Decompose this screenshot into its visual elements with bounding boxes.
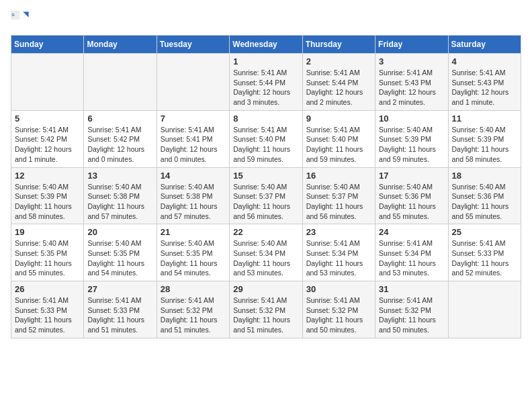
cell-content: Sunrise: 5:40 AM Sunset: 5:36 PM Dayligh… (379, 182, 444, 222)
day-number: 28 (161, 284, 226, 294)
day-number: 4 (452, 56, 517, 66)
col-header-wednesday: Wednesday (230, 36, 302, 54)
day-number: 3 (379, 56, 444, 66)
cell-content: Sunrise: 5:40 AM Sunset: 5:38 PM Dayligh… (87, 182, 152, 222)
calendar-cell: 30Sunrise: 5:41 AM Sunset: 5:32 PM Dayli… (302, 281, 375, 338)
cell-content: Sunrise: 5:41 AM Sunset: 5:41 PM Dayligh… (161, 125, 226, 165)
calendar-cell: 17Sunrise: 5:40 AM Sunset: 5:36 PM Dayli… (375, 167, 448, 224)
calendar-cell: 8Sunrise: 5:41 AM Sunset: 5:40 PM Daylig… (230, 110, 302, 167)
cell-content: Sunrise: 5:41 AM Sunset: 5:34 PM Dayligh… (306, 238, 371, 278)
cell-content: Sunrise: 5:41 AM Sunset: 5:32 PM Dayligh… (233, 295, 298, 335)
day-number: 30 (306, 284, 371, 294)
cell-content: Sunrise: 5:41 AM Sunset: 5:40 PM Dayligh… (306, 125, 371, 165)
day-number: 25 (452, 227, 517, 237)
cell-content: Sunrise: 5:41 AM Sunset: 5:32 PM Dayligh… (379, 295, 444, 335)
cell-content: Sunrise: 5:40 AM Sunset: 5:36 PM Dayligh… (452, 182, 517, 222)
day-number: 27 (87, 284, 152, 294)
calendar-cell: 24Sunrise: 5:41 AM Sunset: 5:34 PM Dayli… (375, 224, 448, 281)
day-number: 23 (306, 227, 371, 237)
cell-content: Sunrise: 5:41 AM Sunset: 5:42 PM Dayligh… (15, 125, 80, 165)
day-number: 17 (379, 171, 444, 181)
calendar-cell: 22Sunrise: 5:40 AM Sunset: 5:34 PM Dayli… (230, 224, 302, 281)
calendar-cell: 3Sunrise: 5:41 AM Sunset: 5:43 PM Daylig… (375, 54, 448, 111)
cell-content: Sunrise: 5:40 AM Sunset: 5:39 PM Dayligh… (379, 125, 444, 165)
calendar-week-4: 19Sunrise: 5:40 AM Sunset: 5:35 PM Dayli… (11, 224, 521, 281)
calendar-cell: 16Sunrise: 5:40 AM Sunset: 5:37 PM Dayli… (302, 167, 375, 224)
col-header-tuesday: Tuesday (157, 36, 229, 54)
col-header-monday: Monday (84, 36, 157, 54)
calendar-week-5: 26Sunrise: 5:41 AM Sunset: 5:33 PM Dayli… (11, 281, 521, 338)
col-header-friday: Friday (375, 36, 448, 54)
cell-content: Sunrise: 5:41 AM Sunset: 5:33 PM Dayligh… (87, 295, 152, 335)
svg-text:G: G (11, 13, 14, 17)
calendar-cell: 1Sunrise: 5:41 AM Sunset: 5:44 PM Daylig… (230, 54, 302, 111)
day-number: 24 (379, 227, 444, 237)
calendar-week-2: 5Sunrise: 5:41 AM Sunset: 5:42 PM Daylig… (11, 110, 521, 167)
day-number: 16 (306, 171, 371, 181)
calendar-week-1: 1Sunrise: 5:41 AM Sunset: 5:44 PM Daylig… (11, 54, 521, 111)
day-number: 31 (379, 284, 444, 294)
calendar-cell: 9Sunrise: 5:41 AM Sunset: 5:40 PM Daylig… (302, 110, 375, 167)
cell-content: Sunrise: 5:40 AM Sunset: 5:35 PM Dayligh… (161, 238, 226, 278)
day-number: 9 (306, 113, 371, 124)
logo: G (11, 11, 32, 30)
calendar-cell: 13Sunrise: 5:40 AM Sunset: 5:38 PM Dayli… (84, 167, 157, 224)
day-number: 5 (15, 113, 80, 124)
calendar-cell: 6Sunrise: 5:41 AM Sunset: 5:42 PM Daylig… (84, 110, 157, 167)
day-number: 22 (233, 227, 298, 237)
day-number: 12 (15, 171, 80, 181)
calendar-cell: 18Sunrise: 5:40 AM Sunset: 5:36 PM Dayli… (448, 167, 521, 224)
cell-content: Sunrise: 5:40 AM Sunset: 5:35 PM Dayligh… (15, 238, 80, 278)
cell-content: Sunrise: 5:40 AM Sunset: 5:37 PM Dayligh… (233, 182, 298, 222)
calendar-cell: 21Sunrise: 5:40 AM Sunset: 5:35 PM Dayli… (157, 224, 229, 281)
svg-marker-3 (23, 11, 28, 17)
day-number: 10 (379, 113, 444, 124)
cell-content: Sunrise: 5:41 AM Sunset: 5:34 PM Dayligh… (379, 238, 444, 278)
cell-content: Sunrise: 5:40 AM Sunset: 5:39 PM Dayligh… (15, 182, 80, 222)
calendar-cell: 2Sunrise: 5:41 AM Sunset: 5:44 PM Daylig… (302, 54, 375, 111)
cell-content: Sunrise: 5:41 AM Sunset: 5:33 PM Dayligh… (15, 295, 80, 335)
calendar-cell: 20Sunrise: 5:40 AM Sunset: 5:35 PM Dayli… (84, 224, 157, 281)
day-number: 6 (87, 113, 152, 124)
day-number: 11 (452, 113, 517, 124)
calendar-cell: 29Sunrise: 5:41 AM Sunset: 5:32 PM Dayli… (230, 281, 302, 338)
cell-content: Sunrise: 5:40 AM Sunset: 5:35 PM Dayligh… (87, 238, 152, 278)
calendar-cell: 11Sunrise: 5:40 AM Sunset: 5:39 PM Dayli… (448, 110, 521, 167)
cell-content: Sunrise: 5:40 AM Sunset: 5:39 PM Dayligh… (452, 125, 517, 165)
page-header: G (11, 11, 521, 30)
day-number: 20 (87, 227, 152, 237)
cell-content: Sunrise: 5:41 AM Sunset: 5:43 PM Dayligh… (379, 68, 444, 107)
calendar-cell: 27Sunrise: 5:41 AM Sunset: 5:33 PM Dayli… (84, 281, 157, 338)
cell-content: Sunrise: 5:41 AM Sunset: 5:44 PM Dayligh… (233, 68, 298, 107)
calendar-cell: 23Sunrise: 5:41 AM Sunset: 5:34 PM Dayli… (302, 224, 375, 281)
calendar-cell: 26Sunrise: 5:41 AM Sunset: 5:33 PM Dayli… (11, 281, 84, 338)
calendar-cell: 7Sunrise: 5:41 AM Sunset: 5:41 PM Daylig… (157, 110, 229, 167)
calendar-cell (11, 54, 84, 111)
day-number: 14 (161, 171, 226, 181)
calendar-cell (157, 54, 229, 111)
day-number: 15 (233, 171, 298, 181)
calendar-cell: 25Sunrise: 5:41 AM Sunset: 5:33 PM Dayli… (448, 224, 521, 281)
cell-content: Sunrise: 5:41 AM Sunset: 5:43 PM Dayligh… (452, 68, 517, 107)
calendar-cell: 4Sunrise: 5:41 AM Sunset: 5:43 PM Daylig… (448, 54, 521, 111)
calendar-cell: 28Sunrise: 5:41 AM Sunset: 5:32 PM Dayli… (157, 281, 229, 338)
day-number: 29 (233, 284, 298, 294)
cell-content: Sunrise: 5:41 AM Sunset: 5:32 PM Dayligh… (161, 295, 226, 335)
day-number: 8 (233, 113, 298, 124)
cell-content: Sunrise: 5:41 AM Sunset: 5:44 PM Dayligh… (306, 68, 371, 107)
day-number: 18 (452, 171, 517, 181)
col-header-thursday: Thursday (302, 36, 375, 54)
calendar-week-3: 12Sunrise: 5:40 AM Sunset: 5:39 PM Dayli… (11, 167, 521, 224)
day-number: 19 (15, 227, 80, 237)
day-number: 26 (15, 284, 80, 294)
calendar-cell (448, 281, 521, 338)
calendar-cell: 31Sunrise: 5:41 AM Sunset: 5:32 PM Dayli… (375, 281, 448, 338)
cell-content: Sunrise: 5:41 AM Sunset: 5:40 PM Dayligh… (233, 125, 298, 165)
cell-content: Sunrise: 5:41 AM Sunset: 5:33 PM Dayligh… (452, 238, 517, 278)
cell-content: Sunrise: 5:41 AM Sunset: 5:32 PM Dayligh… (306, 295, 371, 335)
col-header-saturday: Saturday (448, 36, 521, 54)
day-number: 7 (161, 113, 226, 124)
calendar-cell: 12Sunrise: 5:40 AM Sunset: 5:39 PM Dayli… (11, 167, 84, 224)
day-number: 1 (233, 56, 298, 66)
calendar-cell: 10Sunrise: 5:40 AM Sunset: 5:39 PM Dayli… (375, 110, 448, 167)
